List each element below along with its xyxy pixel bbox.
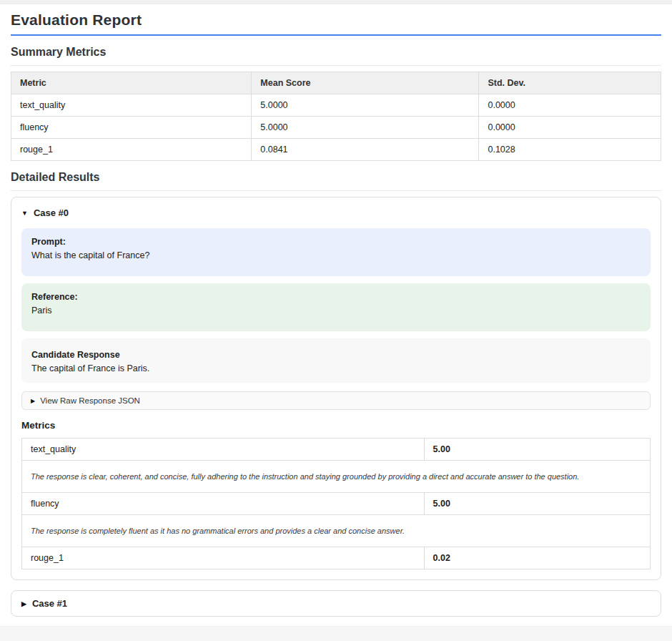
candidate-response-text: The capital of France is Paris. — [31, 363, 641, 373]
expand-triangle-icon: ▶ — [31, 398, 35, 404]
table-row: text_quality 5.00 — [22, 439, 651, 461]
metric-explanation-cell: The response is completely fluent as it … — [22, 515, 651, 547]
reference-text: Paris — [31, 305, 641, 315]
summary-metrics-heading: Summary Metrics — [11, 46, 661, 66]
case-1-label: Case #1 — [32, 598, 67, 609]
case-0-summary-toggle[interactable]: ▼ Case #0 — [21, 207, 651, 218]
collapse-triangle-icon: ▼ — [21, 210, 28, 217]
candidate-response-box: Candidate Response The capital of France… — [21, 338, 651, 383]
mean-score-cell: 0.0841 — [252, 139, 479, 161]
expand-triangle-icon: ▶ — [21, 600, 26, 607]
prompt-text: What is the capital of France? — [31, 250, 641, 260]
std-dev-cell: 0.0000 — [479, 94, 661, 117]
table-row: fluency 5.00 — [22, 493, 651, 515]
metric-name-cell: rouge_1 — [11, 139, 252, 161]
case-1-summary-toggle[interactable]: ▶ Case #1 — [21, 598, 651, 609]
case-metrics-heading: Metrics — [21, 420, 651, 431]
metric-name-cell: text_quality — [22, 439, 425, 461]
prompt-label: Prompt: — [31, 237, 641, 247]
view-raw-json-label: View Raw Response JSON — [40, 396, 140, 405]
case-card-1: ▶ Case #1 — [11, 590, 661, 617]
metric-explanation-cell: The response is clear, coherent, and con… — [22, 461, 651, 493]
table-row: The response is completely fluent as it … — [22, 515, 651, 547]
case-card-0: ▼ Case #0 Prompt: What is the capital of… — [11, 197, 661, 580]
summary-col-std: Std. Dev. — [479, 72, 661, 94]
metric-score-cell: 5.00 — [424, 493, 650, 515]
metric-score-cell: 0.02 — [424, 547, 650, 569]
table-row: The response is clear, coherent, and con… — [22, 461, 651, 493]
table-row: text_quality 5.0000 0.0000 — [11, 94, 661, 117]
case-0-label: Case #0 — [34, 207, 69, 218]
std-dev-cell: 0.1028 — [479, 139, 661, 161]
metric-name-cell: rouge_1 — [22, 547, 425, 569]
metric-name-cell: text_quality — [11, 94, 252, 117]
view-raw-json-toggle[interactable]: ▶ View Raw Response JSON — [21, 391, 651, 410]
page-title: Evaluation Report — [11, 11, 661, 36]
report-container: Evaluation Report Summary Metrics Metric… — [0, 4, 672, 617]
summary-header-row: Metric Mean Score Std. Dev. — [11, 72, 661, 94]
candidate-response-label: Candidate Response — [31, 350, 641, 360]
table-row: fluency 5.0000 0.0000 — [11, 117, 661, 139]
metric-name-cell: fluency — [22, 493, 425, 515]
table-row: rouge_1 0.02 — [22, 547, 651, 569]
bottom-page-band — [0, 626, 672, 641]
prompt-box: Prompt: What is the capital of France? — [21, 228, 651, 276]
metric-score-cell: 5.00 — [424, 439, 650, 461]
table-row: rouge_1 0.0841 0.1028 — [11, 139, 661, 161]
detailed-results-heading: Detailed Results — [11, 171, 661, 191]
mean-score-cell: 5.0000 — [252, 117, 479, 139]
case-metrics-table: text_quality 5.00 The response is clear,… — [21, 438, 651, 569]
reference-label: Reference: — [31, 292, 641, 302]
std-dev-cell: 0.0000 — [479, 117, 661, 139]
summary-metrics-table: Metric Mean Score Std. Dev. text_quality… — [11, 72, 661, 161]
metric-name-cell: fluency — [11, 117, 252, 139]
summary-col-mean: Mean Score — [252, 72, 479, 94]
summary-col-metric: Metric — [11, 72, 252, 94]
reference-box: Reference: Paris — [21, 283, 651, 331]
mean-score-cell: 5.0000 — [252, 94, 479, 117]
case-0-body: Prompt: What is the capital of France? R… — [21, 228, 651, 569]
